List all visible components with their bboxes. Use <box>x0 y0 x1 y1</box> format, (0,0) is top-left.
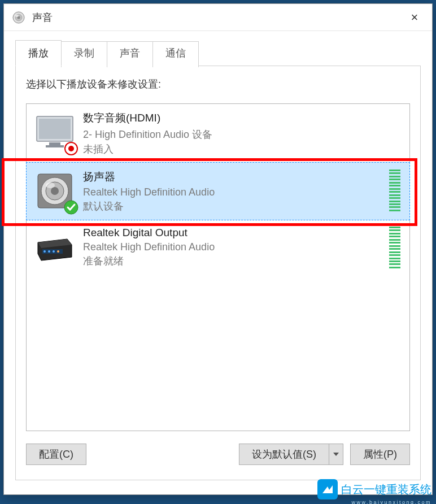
svg-point-18 <box>48 250 50 253</box>
device-list[interactable]: 数字音频(HDMI) 2- High Definition Audio 设备 未… <box>26 103 410 431</box>
device-name: 数字音频(HDMI) <box>83 111 400 125</box>
device-name: 扬声器 <box>83 170 385 184</box>
svg-point-19 <box>53 250 55 253</box>
titlebar: 声音 × <box>4 4 432 31</box>
level-meter <box>389 227 400 270</box>
window-title: 声音 <box>32 11 400 24</box>
device-name: Realtek Digital Output <box>83 227 385 239</box>
device-item[interactable]: 数字音频(HDMI) 2- High Definition Audio 设备 未… <box>27 104 409 163</box>
device-description: Realtek High Definition Audio <box>83 186 385 198</box>
tab-communications[interactable]: 通信 <box>152 41 199 67</box>
svg-rect-5 <box>39 119 71 139</box>
device-status: 默认设备 <box>83 199 385 213</box>
device-info: 扬声器 Realtek High Definition Audio 默认设备 <box>83 170 385 213</box>
svg-point-14 <box>46 183 55 188</box>
device-description: Realtek High Definition Audio <box>83 241 385 253</box>
watermark-logo-icon <box>317 479 338 499</box>
instruction-text: 选择以下播放设备来修改设置: <box>26 77 410 91</box>
tab-playback[interactable]: 播放 <box>15 40 62 66</box>
svg-point-13 <box>51 187 59 195</box>
device-info: 数字音频(HDMI) 2- High Definition Audio 设备 未… <box>83 111 400 156</box>
device-item[interactable]: Realtek Digital Output Realtek High Defi… <box>27 220 409 276</box>
chevron-down-icon <box>333 453 339 456</box>
watermark-url: www.baiyunxitong.com <box>351 499 431 504</box>
button-group-right: 设为默认值(S) 属性(P) <box>239 444 410 465</box>
svg-rect-6 <box>49 142 60 145</box>
configure-button[interactable]: 配置(C) <box>26 444 86 465</box>
tab-recording[interactable]: 录制 <box>61 41 107 67</box>
monitor-icon <box>33 111 76 154</box>
digital-output-icon <box>33 227 76 270</box>
check-badge-icon <box>64 200 79 215</box>
set-default-button[interactable]: 设为默认值(S) <box>239 444 329 465</box>
device-description: 2- High Definition Audio 设备 <box>83 128 400 141</box>
button-row: 配置(C) 设为默认值(S) 属性(P) <box>26 444 410 465</box>
set-default-dropdown[interactable] <box>329 444 343 465</box>
playback-panel: 选择以下播放设备来修改设置: <box>15 66 421 480</box>
tab-sounds[interactable]: 声音 <box>107 41 153 67</box>
svg-rect-7 <box>46 145 64 147</box>
device-info: Realtek Digital Output Realtek High Defi… <box>83 227 385 268</box>
speaker-icon <box>33 170 76 212</box>
svg-point-3 <box>15 15 19 17</box>
tab-strip: 播放 录制 声音 通信 <box>15 40 421 66</box>
content-area: 播放 录制 声音 通信 选择以下播放设备来修改设置: <box>4 31 432 488</box>
watermark-text: 白云一键重装系统 <box>341 482 431 497</box>
svg-point-9 <box>68 146 74 151</box>
device-status: 准备就绪 <box>83 254 385 268</box>
set-default-split-button: 设为默认值(S) <box>239 444 343 465</box>
error-badge-icon <box>64 141 79 156</box>
device-status: 未插入 <box>83 142 400 156</box>
watermark: 白云一键重装系统 <box>317 479 431 499</box>
level-meter <box>389 170 400 212</box>
svg-point-20 <box>57 250 59 253</box>
properties-button[interactable]: 属性(P) <box>350 444 410 465</box>
sound-dialog-icon <box>12 11 25 24</box>
device-item[interactable]: 扬声器 Realtek High Definition Audio 默认设备 <box>26 162 410 220</box>
close-button[interactable]: × <box>400 4 429 31</box>
svg-point-17 <box>43 250 46 253</box>
sound-dialog: 声音 × 播放 录制 声音 通信 选择以下播放设备来修改设置: <box>3 3 433 495</box>
